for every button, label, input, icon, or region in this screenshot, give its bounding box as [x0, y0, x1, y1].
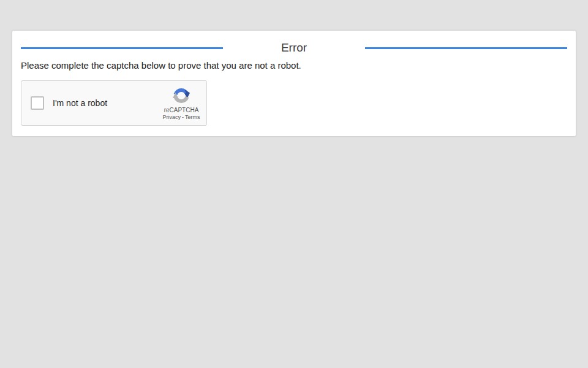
- recaptcha-links: Privacy-Terms: [162, 115, 200, 120]
- page-title: Error: [223, 40, 365, 55]
- divider-line-left: [21, 47, 223, 49]
- recaptcha-checkbox-label[interactable]: I'm not a robot: [53, 98, 107, 108]
- recaptcha-links-separator: -: [182, 114, 184, 120]
- captcha-error-card: Error Please complete the captcha below …: [12, 31, 576, 136]
- divider-line-right: [365, 47, 567, 49]
- recaptcha-widget: I'm not a robot reCAPTCHA Privacy-Terms: [21, 80, 207, 126]
- recaptcha-privacy-link[interactable]: Privacy: [162, 114, 181, 120]
- recaptcha-brand-block: reCAPTCHA Privacy-Terms: [161, 86, 202, 120]
- recaptcha-logo-icon: [172, 86, 191, 105]
- recaptcha-terms-link[interactable]: Terms: [185, 114, 200, 120]
- card-header: Error: [21, 40, 567, 55]
- recaptcha-brand-text: reCAPTCHA: [164, 107, 199, 113]
- captcha-instruction-text: Please complete the captcha below to pro…: [21, 60, 567, 71]
- recaptcha-checkbox[interactable]: [31, 96, 44, 110]
